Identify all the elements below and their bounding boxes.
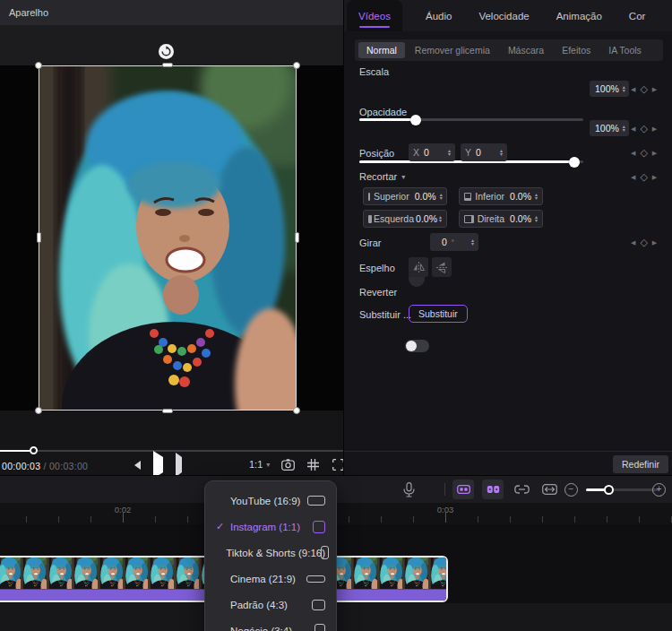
subtab-mascara[interactable]: Máscara [500,42,552,58]
selection-handle-bottom-right[interactable] [293,407,300,414]
posicao-x-field[interactable]: X 0 ▴▾ [409,143,455,161]
next-frame-icon [176,453,182,477]
opacidade-value-box[interactable]: 100% ▴▾ [590,120,629,136]
magnet-icon [487,485,500,494]
crop-top-icon [368,193,370,201]
escala-value-box[interactable]: 100% ▴▾ [590,81,629,97]
ratio-21-9-icon [306,575,325,583]
ratio-4-3-icon [312,600,325,610]
timeline-zoom-out-button[interactable]: − [564,483,578,497]
crop-right-icon [464,215,474,223]
subtab-efeitos[interactable]: Efeitos [554,42,599,58]
clip-thumbnail [352,558,377,589]
tab-velocidade[interactable]: Velocidade [478,11,529,22]
crop-inferior-field[interactable]: Inferior 0.0% ▴▾ [459,187,543,205]
timeline-zoom-in-button[interactable]: + [652,483,666,497]
opacidade-stepper[interactable]: ▴▾ [623,125,625,133]
selection-handle-right-center[interactable] [295,232,299,243]
player-canvas [0,65,343,411]
timeline-zoom-slider[interactable] [586,488,659,491]
preview-title: Aparelho [9,7,48,18]
crop-left-icon [368,215,372,223]
opacidade-keyframe-controls: ◀◇▶ [631,123,657,134]
panel-tabs: Vídeos Áudio Velocidade Animação Cor [344,0,672,31]
keyframe-link-button[interactable] [452,480,474,499]
opacidade-slider-knob[interactable] [569,157,580,168]
substituir-button[interactable]: Substituir [409,305,468,323]
next-frame-button[interactable] [176,457,182,473]
unlink-clips-button[interactable] [511,480,532,499]
subtab-ia-tools[interactable]: IA Tools [600,42,650,58]
substituir-label: Substituir ... [359,309,411,320]
seek-bar[interactable] [0,450,343,452]
camera-icon [281,459,295,471]
tab-cor[interactable]: Cor [629,11,646,22]
selection-handle-top-left[interactable] [35,62,42,69]
crop-esquerda-field[interactable]: Esquerda 0.0% ▴▾ [363,210,447,228]
escala-slider-knob[interactable] [410,115,421,125]
snapshot-button[interactable] [280,457,295,471]
previous-frame-button[interactable] [134,461,141,470]
escala-slider[interactable] [359,118,583,121]
girar-stepper[interactable]: ▴▾ [471,238,474,246]
grid-icon [307,459,319,471]
menu-item-padrao[interactable]: Padrão (4:3) [205,592,336,618]
crop-superior-field[interactable]: Superior 0.0% ▴▾ [363,187,447,205]
fullscreen-icon [332,459,344,471]
subtab-remover[interactable]: Remover glicemia [407,42,498,58]
auto-ripple-button[interactable] [538,480,560,499]
menu-item-youtube[interactable]: YouTube (16:9) [205,488,336,514]
flip-horizontal-button[interactable] [409,257,428,277]
aspect-ratio-button[interactable]: 1:1 ▾ [249,459,270,470]
panel-subtabs: Normal Remover glicemia Máscara Efeitos … [355,39,663,61]
selection-handle-top-center[interactable] [162,63,173,67]
selection-handle-bottom-left[interactable] [35,407,42,414]
grid-toggle-button[interactable] [306,457,320,471]
selection-handle-bottom-center[interactable] [162,409,173,413]
magnet-snap-button[interactable] [482,480,504,499]
posicao-y-stepper[interactable]: ▴▾ [500,149,503,157]
menu-item-instagram[interactable]: ✓ Instagram (1:1) [205,514,336,540]
record-voiceover-button[interactable] [403,482,415,497]
video-content [39,66,297,411]
tab-audio[interactable]: Áudio [426,11,452,22]
zoom-slider-knob[interactable] [604,485,614,495]
subtab-normal[interactable]: Normal [358,42,405,58]
video-editor-app: Aparelho 00:00:03 / 00:03:00 [0,0,672,631]
panel-footer-divider [344,451,672,452]
toolbar-divider [444,483,445,496]
posicao-x-stepper[interactable]: ▴▾ [448,149,451,157]
selection-handle-left-center[interactable] [37,232,41,243]
recortar-header[interactable]: Recortar ▾ [359,171,405,182]
escala-stepper[interactable]: ▴▾ [623,85,625,93]
rotate-handle[interactable] [159,44,174,59]
timecode: 00:00:03 / 00:03:00 [2,461,88,471]
menu-item-tiktok[interactable]: Tiktok & Shorts (9:16) [205,540,336,566]
girar-value-field[interactable]: 0 ° ▴▾ [430,233,478,251]
clip-thumbnail [429,558,446,589]
keyframe-add-icon[interactable]: ◇ [640,83,647,95]
tab-animacao[interactable]: Animação [556,11,602,22]
video-frame[interactable] [39,65,297,411]
tab-videos[interactable]: Vídeos [347,0,402,31]
escala-keyframe-controls: ◀◇▶ [631,83,657,95]
redefinir-button[interactable]: Redefinir [613,455,668,473]
keyframe-next-icon[interactable]: ▶ [652,86,657,93]
flip-vertical-button[interactable] [432,257,452,277]
play-button[interactable] [153,457,163,473]
selection-handle-top-right[interactable] [293,62,300,69]
chevron-down-icon: ▾ [266,461,270,469]
keyframe-prev-icon[interactable]: ◀ [631,86,635,93]
ratio-3-4-icon [314,624,325,631]
seek-knob[interactable] [30,446,38,454]
microphone-icon [403,482,415,497]
posicao-label: Posição [359,148,394,159]
viewer-tools: 1:1 ▾ [249,457,345,471]
reverter-toggle[interactable] [405,340,429,352]
recortar-keyframe-controls: ◀◇▶ [631,171,657,183]
ripple-edit-icon [542,484,557,495]
posicao-y-field[interactable]: Y 0 ▴▾ [461,143,507,161]
menu-item-cinema[interactable]: Cinema (21:9) [205,566,336,592]
menu-item-negocio[interactable]: Negócio (3:4) [205,618,336,631]
crop-direita-field[interactable]: Direita 0.0% ▴▾ [459,210,543,228]
